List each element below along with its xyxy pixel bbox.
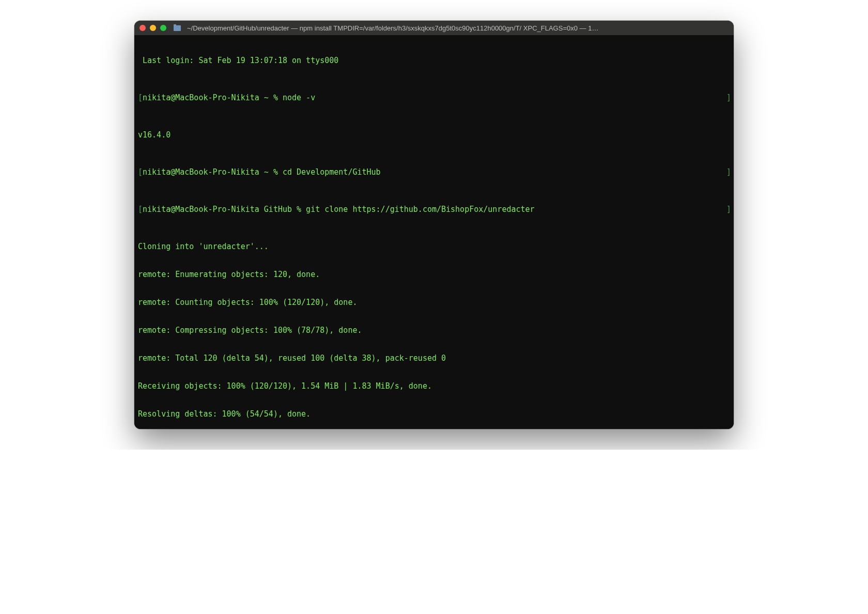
terminal-window: ~/Development/GitHub/unredacter — npm in…	[134, 21, 734, 429]
output-line: remote: Total 120 (delta 54), reused 100…	[138, 354, 731, 363]
output-line: Cloning into 'unredacter'...	[138, 242, 731, 251]
minimize-icon[interactable]	[150, 25, 156, 31]
folder-icon	[174, 25, 181, 31]
output-line: remote: Enumerating objects: 120, done.	[138, 270, 731, 279]
terminal-body[interactable]: Last login: Sat Feb 19 13:07:18 on ttys0…	[134, 35, 734, 429]
command: git clone https://github.com/BishopFox/u…	[306, 205, 535, 214]
prompt-bracket: ]	[726, 205, 731, 214]
prompt-line: [nikita@MacBook-Pro-Nikita ~ % cd Develo…	[138, 167, 731, 177]
prompt: nikita@MacBook-Pro-Nikita GitHub %	[143, 205, 306, 214]
prompt-line: [nikita@MacBook-Pro-Nikita ~ % node -v]	[138, 93, 731, 102]
titlebar[interactable]: ~/Development/GitHub/unredacter — npm in…	[134, 21, 734, 35]
output-line: Last login: Sat Feb 19 13:07:18 on ttys0…	[138, 56, 731, 65]
window-title: ~/Development/GitHub/unredacter — npm in…	[187, 24, 729, 32]
command: node -v	[283, 93, 315, 102]
prompt-bracket: [	[138, 167, 143, 177]
output-line: remote: Counting objects: 100% (120/120)…	[138, 298, 731, 307]
prompt: nikita@MacBook-Pro-Nikita ~ %	[143, 93, 283, 102]
output-line: remote: Compressing objects: 100% (78/78…	[138, 326, 731, 335]
output-line: v16.4.0	[138, 130, 731, 140]
prompt-bracket: [	[138, 205, 143, 214]
output-line: Receiving objects: 100% (120/120), 1.54 …	[138, 381, 731, 391]
command: cd Development/GitHub	[283, 167, 381, 177]
node-version: v16.4.0	[138, 130, 171, 140]
prompt-line: [nikita@MacBook-Pro-Nikita GitHub % git …	[138, 205, 731, 214]
prompt: nikita@MacBook-Pro-Nikita ~ %	[143, 167, 283, 177]
zoom-icon[interactable]	[160, 25, 166, 31]
prompt-bracket: ]	[726, 167, 731, 177]
prompt-bracket: ]	[726, 93, 731, 102]
close-icon[interactable]	[140, 25, 146, 31]
prompt-bracket: [	[138, 93, 143, 102]
output-line: Resolving deltas: 100% (54/54), done.	[138, 409, 731, 419]
traffic-lights	[140, 25, 166, 31]
last-login: Last login: Sat Feb 19 13:07:18 on ttys0…	[138, 56, 338, 65]
